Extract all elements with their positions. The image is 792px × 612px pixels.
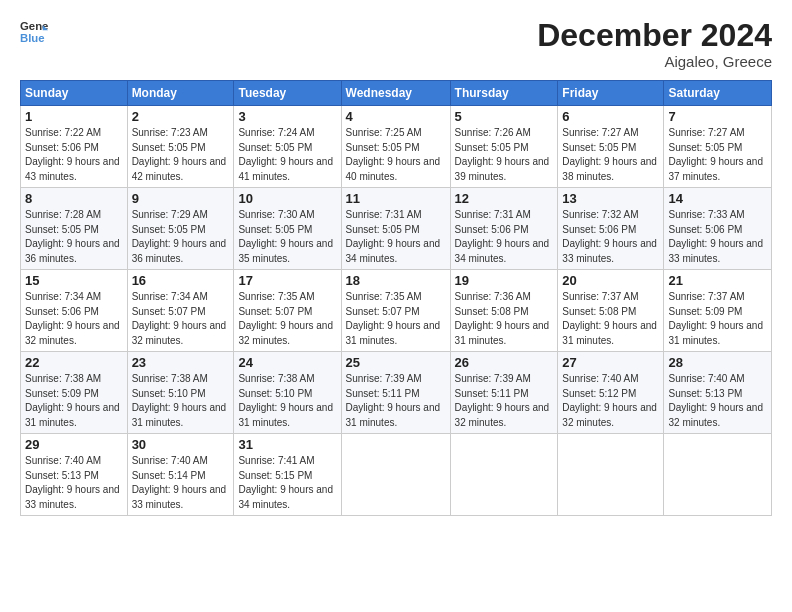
- day-info: Sunrise: 7:32 AM Sunset: 5:06 PM Dayligh…: [562, 208, 659, 266]
- day-info: Sunrise: 7:33 AM Sunset: 5:06 PM Dayligh…: [668, 208, 767, 266]
- day-number: 4: [346, 109, 446, 124]
- col-header-friday: Friday: [558, 81, 664, 106]
- day-info: Sunrise: 7:26 AM Sunset: 5:05 PM Dayligh…: [455, 126, 554, 184]
- calendar-cell: 18 Sunrise: 7:35 AM Sunset: 5:07 PM Dayl…: [341, 270, 450, 352]
- logo: General Blue: [20, 18, 48, 46]
- day-info: Sunrise: 7:36 AM Sunset: 5:08 PM Dayligh…: [455, 290, 554, 348]
- day-number: 25: [346, 355, 446, 370]
- day-number: 3: [238, 109, 336, 124]
- day-info: Sunrise: 7:22 AM Sunset: 5:06 PM Dayligh…: [25, 126, 123, 184]
- calendar-cell: [664, 434, 772, 516]
- calendar-week-4: 22 Sunrise: 7:38 AM Sunset: 5:09 PM Dayl…: [21, 352, 772, 434]
- calendar-cell: 16 Sunrise: 7:34 AM Sunset: 5:07 PM Dayl…: [127, 270, 234, 352]
- day-info: Sunrise: 7:37 AM Sunset: 5:08 PM Dayligh…: [562, 290, 659, 348]
- day-info: Sunrise: 7:40 AM Sunset: 5:13 PM Dayligh…: [668, 372, 767, 430]
- day-info: Sunrise: 7:35 AM Sunset: 5:07 PM Dayligh…: [238, 290, 336, 348]
- calendar-cell: 14 Sunrise: 7:33 AM Sunset: 5:06 PM Dayl…: [664, 188, 772, 270]
- day-info: Sunrise: 7:35 AM Sunset: 5:07 PM Dayligh…: [346, 290, 446, 348]
- month-title: December 2024: [537, 18, 772, 53]
- day-info: Sunrise: 7:39 AM Sunset: 5:11 PM Dayligh…: [455, 372, 554, 430]
- col-header-wednesday: Wednesday: [341, 81, 450, 106]
- day-info: Sunrise: 7:40 AM Sunset: 5:13 PM Dayligh…: [25, 454, 123, 512]
- calendar-cell: [558, 434, 664, 516]
- logo-icon: General Blue: [20, 18, 48, 46]
- day-info: Sunrise: 7:41 AM Sunset: 5:15 PM Dayligh…: [238, 454, 336, 512]
- calendar-table: SundayMondayTuesdayWednesdayThursdayFrid…: [20, 80, 772, 516]
- calendar-cell: 29 Sunrise: 7:40 AM Sunset: 5:13 PM Dayl…: [21, 434, 128, 516]
- calendar-cell: 22 Sunrise: 7:38 AM Sunset: 5:09 PM Dayl…: [21, 352, 128, 434]
- day-info: Sunrise: 7:34 AM Sunset: 5:07 PM Dayligh…: [132, 290, 230, 348]
- day-info: Sunrise: 7:29 AM Sunset: 5:05 PM Dayligh…: [132, 208, 230, 266]
- title-block: December 2024 Aigaleo, Greece: [537, 18, 772, 70]
- day-number: 16: [132, 273, 230, 288]
- day-number: 13: [562, 191, 659, 206]
- calendar-cell: 9 Sunrise: 7:29 AM Sunset: 5:05 PM Dayli…: [127, 188, 234, 270]
- calendar-cell: 11 Sunrise: 7:31 AM Sunset: 5:05 PM Dayl…: [341, 188, 450, 270]
- day-number: 20: [562, 273, 659, 288]
- calendar-cell: 28 Sunrise: 7:40 AM Sunset: 5:13 PM Dayl…: [664, 352, 772, 434]
- day-number: 14: [668, 191, 767, 206]
- col-header-thursday: Thursday: [450, 81, 558, 106]
- calendar-cell: 12 Sunrise: 7:31 AM Sunset: 5:06 PM Dayl…: [450, 188, 558, 270]
- location: Aigaleo, Greece: [537, 53, 772, 70]
- col-header-monday: Monday: [127, 81, 234, 106]
- calendar-cell: [450, 434, 558, 516]
- day-info: Sunrise: 7:39 AM Sunset: 5:11 PM Dayligh…: [346, 372, 446, 430]
- day-number: 23: [132, 355, 230, 370]
- calendar-cell: 21 Sunrise: 7:37 AM Sunset: 5:09 PM Dayl…: [664, 270, 772, 352]
- col-header-tuesday: Tuesday: [234, 81, 341, 106]
- day-info: Sunrise: 7:27 AM Sunset: 5:05 PM Dayligh…: [668, 126, 767, 184]
- calendar-cell: 17 Sunrise: 7:35 AM Sunset: 5:07 PM Dayl…: [234, 270, 341, 352]
- day-number: 22: [25, 355, 123, 370]
- calendar-cell: 25 Sunrise: 7:39 AM Sunset: 5:11 PM Dayl…: [341, 352, 450, 434]
- calendar-cell: 7 Sunrise: 7:27 AM Sunset: 5:05 PM Dayli…: [664, 106, 772, 188]
- day-info: Sunrise: 7:28 AM Sunset: 5:05 PM Dayligh…: [25, 208, 123, 266]
- day-number: 24: [238, 355, 336, 370]
- calendar-cell: 10 Sunrise: 7:30 AM Sunset: 5:05 PM Dayl…: [234, 188, 341, 270]
- day-number: 12: [455, 191, 554, 206]
- calendar-cell: 24 Sunrise: 7:38 AM Sunset: 5:10 PM Dayl…: [234, 352, 341, 434]
- day-info: Sunrise: 7:31 AM Sunset: 5:05 PM Dayligh…: [346, 208, 446, 266]
- day-number: 9: [132, 191, 230, 206]
- calendar-cell: 5 Sunrise: 7:26 AM Sunset: 5:05 PM Dayli…: [450, 106, 558, 188]
- day-info: Sunrise: 7:37 AM Sunset: 5:09 PM Dayligh…: [668, 290, 767, 348]
- calendar-cell: 13 Sunrise: 7:32 AM Sunset: 5:06 PM Dayl…: [558, 188, 664, 270]
- day-number: 27: [562, 355, 659, 370]
- col-header-saturday: Saturday: [664, 81, 772, 106]
- day-number: 15: [25, 273, 123, 288]
- calendar-week-3: 15 Sunrise: 7:34 AM Sunset: 5:06 PM Dayl…: [21, 270, 772, 352]
- day-info: Sunrise: 7:27 AM Sunset: 5:05 PM Dayligh…: [562, 126, 659, 184]
- calendar-week-1: 1 Sunrise: 7:22 AM Sunset: 5:06 PM Dayli…: [21, 106, 772, 188]
- day-number: 30: [132, 437, 230, 452]
- day-info: Sunrise: 7:24 AM Sunset: 5:05 PM Dayligh…: [238, 126, 336, 184]
- day-info: Sunrise: 7:34 AM Sunset: 5:06 PM Dayligh…: [25, 290, 123, 348]
- day-number: 19: [455, 273, 554, 288]
- day-info: Sunrise: 7:40 AM Sunset: 5:12 PM Dayligh…: [562, 372, 659, 430]
- day-info: Sunrise: 7:30 AM Sunset: 5:05 PM Dayligh…: [238, 208, 336, 266]
- calendar-cell: 1 Sunrise: 7:22 AM Sunset: 5:06 PM Dayli…: [21, 106, 128, 188]
- calendar-cell: 15 Sunrise: 7:34 AM Sunset: 5:06 PM Dayl…: [21, 270, 128, 352]
- calendar-cell: 3 Sunrise: 7:24 AM Sunset: 5:05 PM Dayli…: [234, 106, 341, 188]
- header: General Blue December 2024 Aigaleo, Gree…: [20, 18, 772, 70]
- calendar-cell: 6 Sunrise: 7:27 AM Sunset: 5:05 PM Dayli…: [558, 106, 664, 188]
- calendar-cell: 4 Sunrise: 7:25 AM Sunset: 5:05 PM Dayli…: [341, 106, 450, 188]
- day-info: Sunrise: 7:31 AM Sunset: 5:06 PM Dayligh…: [455, 208, 554, 266]
- svg-text:Blue: Blue: [20, 32, 45, 44]
- calendar-cell: 8 Sunrise: 7:28 AM Sunset: 5:05 PM Dayli…: [21, 188, 128, 270]
- day-number: 17: [238, 273, 336, 288]
- day-number: 6: [562, 109, 659, 124]
- day-number: 7: [668, 109, 767, 124]
- day-info: Sunrise: 7:38 AM Sunset: 5:10 PM Dayligh…: [238, 372, 336, 430]
- day-number: 11: [346, 191, 446, 206]
- day-number: 21: [668, 273, 767, 288]
- day-info: Sunrise: 7:25 AM Sunset: 5:05 PM Dayligh…: [346, 126, 446, 184]
- day-number: 28: [668, 355, 767, 370]
- calendar-cell: 30 Sunrise: 7:40 AM Sunset: 5:14 PM Dayl…: [127, 434, 234, 516]
- calendar-cell: 26 Sunrise: 7:39 AM Sunset: 5:11 PM Dayl…: [450, 352, 558, 434]
- day-number: 5: [455, 109, 554, 124]
- day-number: 2: [132, 109, 230, 124]
- day-number: 26: [455, 355, 554, 370]
- calendar-week-2: 8 Sunrise: 7:28 AM Sunset: 5:05 PM Dayli…: [21, 188, 772, 270]
- calendar-week-5: 29 Sunrise: 7:40 AM Sunset: 5:13 PM Dayl…: [21, 434, 772, 516]
- day-info: Sunrise: 7:23 AM Sunset: 5:05 PM Dayligh…: [132, 126, 230, 184]
